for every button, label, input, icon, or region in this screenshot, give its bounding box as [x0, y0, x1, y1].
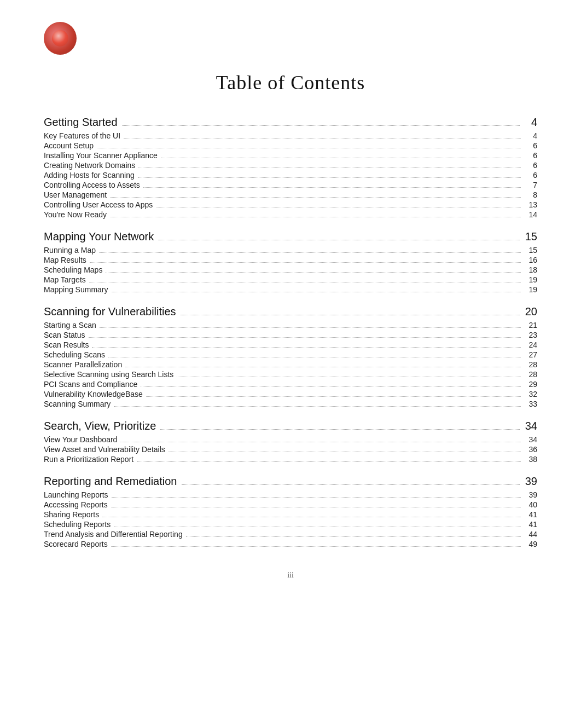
toc-item-page: 27 — [524, 350, 537, 359]
toc-item: Scorecard Reports49 — [44, 539, 537, 549]
logo-icon — [44, 22, 77, 55]
toc-section-header: Reporting and Remediation39 — [44, 475, 537, 488]
toc-item: Scanner Parallelization28 — [44, 360, 537, 369]
toc-item-label: Scanning Summary — [44, 400, 111, 408]
toc-item-page: 36 — [524, 445, 537, 454]
toc-dots — [111, 507, 521, 507]
toc-dots — [110, 197, 521, 198]
toc-item-page: 19 — [524, 275, 537, 284]
toc-item-label: Scheduling Scans — [44, 350, 105, 359]
toc-dots — [102, 517, 521, 517]
toc-section: Reporting and Remediation39Launching Rep… — [44, 475, 537, 549]
toc-item: Scan Status23 — [44, 330, 537, 340]
toc-item: You're Now Ready14 — [44, 210, 537, 219]
toc-item-page: 16 — [524, 256, 537, 264]
toc-item-page: 15 — [524, 246, 537, 255]
toc-dots — [90, 262, 521, 263]
toc-item-page: 28 — [524, 370, 537, 379]
toc-item-label: Scorecard Reports — [44, 540, 108, 548]
toc-item-page: 19 — [524, 285, 537, 294]
toc-item-label: Selective Scanning using Search Lists — [44, 370, 173, 379]
toc-item-page: 41 — [524, 520, 537, 529]
toc-item: Running a Map15 — [44, 245, 537, 255]
toc-item-label: Map Results — [44, 256, 86, 264]
toc-item-page: 49 — [524, 540, 537, 548]
toc-item: Scheduling Scans27 — [44, 350, 537, 360]
toc-item: Map Results16 — [44, 255, 537, 265]
toc-item-label: Accessing Reports — [44, 500, 108, 509]
toc-page-number: 15 — [524, 230, 537, 243]
toc-item-page: 23 — [524, 331, 537, 339]
logo-inner-icon — [52, 30, 68, 47]
toc-item-page: 44 — [524, 530, 537, 539]
toc-item-label: Scan Results — [44, 340, 89, 349]
toc-item: Key Features of the UI4 — [44, 131, 537, 141]
toc-item-page: 18 — [524, 265, 537, 274]
toc-item-page: 32 — [524, 390, 537, 398]
toc-dots — [181, 315, 520, 315]
toc-dots — [169, 452, 521, 452]
toc-item-label: You're Now Ready — [44, 210, 107, 219]
toc-section: Search, View, Prioritize34View Your Dash… — [44, 420, 537, 464]
toc-item-page: 38 — [524, 455, 537, 464]
toc-page-number: 34 — [524, 420, 537, 432]
toc-item-page: 40 — [524, 500, 537, 509]
toc-item: View Asset and Vulnerability Details36 — [44, 444, 537, 454]
toc-item: Adding Hosts for Scanning6 — [44, 170, 537, 180]
toc-dots — [100, 327, 521, 328]
toc-dots — [92, 347, 521, 348]
toc-dots — [89, 282, 521, 282]
toc-item-label: Running a Map — [44, 246, 96, 255]
toc-item: User Management8 — [44, 190, 537, 200]
toc-dots — [156, 207, 521, 207]
toc-dots — [158, 240, 520, 240]
toc-section-header: Mapping Your Network15 — [44, 230, 537, 243]
toc-item: Scheduling Reports41 — [44, 519, 537, 529]
toc-item: Starting a Scan21 — [44, 320, 537, 330]
toc-dots — [106, 272, 521, 273]
toc-item-page: 8 — [524, 190, 537, 199]
toc-dots — [182, 484, 520, 485]
toc-item: Account Setup6 — [44, 141, 537, 151]
toc-dots — [99, 252, 521, 253]
toc-dots — [110, 217, 521, 217]
toc-item: Scan Results24 — [44, 340, 537, 350]
toc-item: Controlling User Access to Apps13 — [44, 200, 537, 210]
toc-item-label: Installing Your Scanner Appliance — [44, 151, 158, 160]
toc-item: Vulnerability KnowledgeBase32 — [44, 389, 537, 399]
toc-dots — [114, 406, 521, 407]
toc-dots — [146, 396, 521, 397]
toc-item: Scanning Summary33 — [44, 399, 537, 409]
toc-item: View Your Dashboard34 — [44, 435, 537, 444]
toc-section-label: Mapping Your Network — [44, 230, 154, 243]
toc-dots — [111, 546, 521, 547]
toc-item: Launching Reports39 — [44, 490, 537, 500]
toc-section-header: Search, View, Prioritize34 — [44, 420, 537, 432]
toc-container: Getting Started4Key Features of the UI4A… — [44, 116, 537, 549]
toc-dots — [161, 158, 521, 158]
toc-dots — [89, 337, 521, 338]
toc-dots — [160, 429, 520, 430]
toc-item-page: 29 — [524, 380, 537, 389]
toc-item-label: Controlling Access to Assets — [44, 181, 140, 189]
toc-item-page: 39 — [524, 490, 537, 499]
toc-item: Controlling Access to Assets7 — [44, 180, 537, 190]
toc-item: Selective Scanning using Search Lists28 — [44, 369, 537, 379]
toc-item: Accessing Reports40 — [44, 500, 537, 510]
toc-dots — [125, 367, 521, 367]
toc-item-label: Scanner Parallelization — [44, 360, 122, 369]
toc-item-label: Scan Status — [44, 331, 85, 339]
toc-item: Trend Analysis and Differential Reportin… — [44, 529, 537, 539]
toc-item-page: 13 — [524, 200, 537, 209]
toc-item-label: Launching Reports — [44, 490, 108, 499]
toc-item-page: 6 — [524, 161, 537, 170]
toc-item: Run a Prioritization Report38 — [44, 454, 537, 464]
toc-item: Installing Your Scanner Appliance6 — [44, 151, 537, 160]
toc-item-page: 6 — [524, 151, 537, 160]
toc-item-label: View Your Dashboard — [44, 435, 117, 444]
toc-dots — [124, 138, 521, 138]
toc-section-header: Scanning for Vulnerabilities20 — [44, 305, 537, 318]
toc-section: Getting Started4Key Features of the UI4A… — [44, 116, 537, 219]
toc-item-label: Key Features of the UI — [44, 131, 120, 140]
toc-section-header: Getting Started4 — [44, 116, 537, 129]
